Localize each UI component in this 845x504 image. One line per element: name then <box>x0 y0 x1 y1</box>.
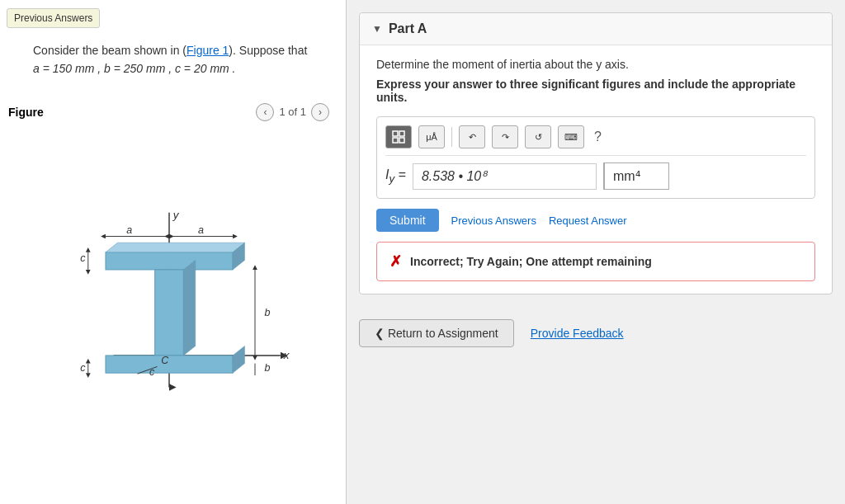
provide-feedback-link[interactable]: Provide Feedback <box>531 327 624 340</box>
problem-suffix: ). Suppose that <box>229 44 307 57</box>
figure-header: Figure ‹ 1 of 1 › <box>8 103 329 121</box>
svg-rect-16 <box>393 131 398 136</box>
toolbar-separator <box>451 127 452 147</box>
dim-a-right: a <box>198 224 204 236</box>
next-figure-button[interactable]: › <box>311 103 329 121</box>
variables-text: a = 150 mm , b = 250 mm , c = 20 mm . <box>33 62 236 75</box>
matrix-button[interactable] <box>385 125 412 148</box>
help-icon[interactable]: ? <box>594 130 602 144</box>
collapse-arrow-icon[interactable]: ▼ <box>372 23 382 35</box>
math-expression-row: Iy = mm⁴ <box>385 163 806 190</box>
keyboard-button[interactable]: ⌨ <box>558 125 584 148</box>
prev-figure-button[interactable]: ‹ <box>256 103 274 121</box>
tooltip-label: Previous Answers <box>14 12 92 24</box>
undo-button[interactable]: ↶ <box>459 125 485 148</box>
action-row: Submit Previous Answers Request Answer <box>376 209 815 232</box>
bottom-actions: ❮ Return to Assignment Provide Feedback <box>359 319 833 347</box>
left-panel: Previous Answers Consider the beam shown… <box>0 0 347 504</box>
return-to-assignment-button[interactable]: ❮ Return to Assignment <box>359 319 514 347</box>
matrix-icon <box>392 130 405 144</box>
svg-rect-17 <box>399 131 404 136</box>
svg-rect-18 <box>393 138 398 143</box>
figure-nav: ‹ 1 of 1 › <box>256 103 329 121</box>
redo-button[interactable]: ↷ <box>492 125 518 148</box>
math-unit-display: mm⁴ <box>603 163 669 190</box>
previous-answers-link[interactable]: Previous Answers <box>451 214 536 227</box>
part-title: Part A <box>389 21 427 36</box>
beam-svg: y x a <box>29 205 309 419</box>
mu-button[interactable]: μÅ <box>418 125 445 148</box>
math-value-input[interactable] <box>413 163 597 190</box>
previous-answers-tooltip: Previous Answers <box>7 8 100 28</box>
x-axis-label: x <box>282 349 290 361</box>
right-panel: ▼ Part A Determine the moment of inertia… <box>347 0 845 504</box>
y-axis-label: y <box>172 209 179 221</box>
figure-link[interactable]: Figure 1 <box>186 44 229 57</box>
part-content: Determine the moment of inertia about th… <box>360 45 832 294</box>
figure-section: Figure ‹ 1 of 1 › <box>0 95 346 504</box>
figure-count: 1 of 1 <box>279 106 306 118</box>
dim-c-bottom: c <box>80 362 86 374</box>
question-text: Determine the moment of inertia about th… <box>376 58 815 71</box>
svg-rect-2 <box>105 252 232 270</box>
math-toolbar: μÅ ↶ ↷ ↺ ⌨ ? <box>385 125 806 156</box>
figure-image-container: y x a <box>8 128 329 496</box>
part-section: ▼ Part A Determine the moment of inertia… <box>359 12 833 294</box>
dim-b-bottom: b <box>264 362 270 374</box>
dim-a-left: a <box>126 224 132 236</box>
error-icon: ✗ <box>389 252 402 271</box>
refresh-button[interactable]: ↺ <box>525 125 551 148</box>
svg-marker-6 <box>183 260 195 356</box>
part-header: ▼ Part A <box>360 13 832 45</box>
svg-marker-3 <box>105 243 244 252</box>
dim-c-top: c <box>80 252 86 264</box>
dim-b-web: b <box>264 307 270 318</box>
svg-marker-8 <box>233 346 244 373</box>
request-answer-link[interactable]: Request Answer <box>549 214 627 227</box>
figure-title: Figure <box>8 106 44 119</box>
problem-prefix: Consider the beam shown in ( <box>33 44 186 57</box>
math-input-container: μÅ ↶ ↷ ↺ ⌨ ? Iy = mm⁴ <box>376 116 815 199</box>
submit-button[interactable]: Submit <box>376 209 439 232</box>
dim-C-label: C <box>161 354 169 365</box>
svg-rect-19 <box>399 138 404 143</box>
svg-rect-7 <box>105 356 232 373</box>
error-box: ✗ Incorrect; Try Again; One attempt rema… <box>376 242 815 281</box>
svg-rect-5 <box>154 270 183 356</box>
instruction-text: Express your answer to three significant… <box>376 78 815 104</box>
error-message: Incorrect; Try Again; One attempt remain… <box>410 255 652 268</box>
math-label: Iy = <box>385 167 406 185</box>
